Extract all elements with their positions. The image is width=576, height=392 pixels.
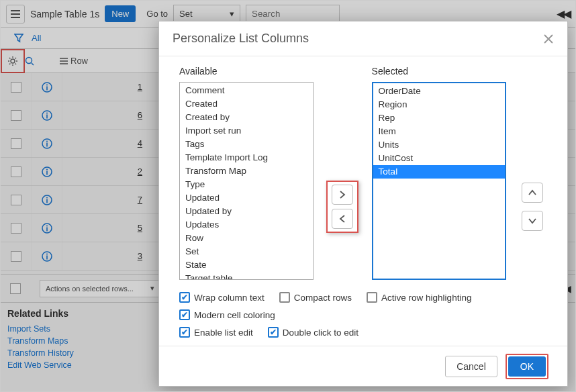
- list-item[interactable]: State: [180, 258, 313, 272]
- list-item[interactable]: Row: [180, 232, 313, 245]
- dblclick-option[interactable]: Double click to edit: [268, 327, 358, 338]
- dialog-header: Personalize List Columns: [159, 21, 567, 56]
- cancel-button[interactable]: Cancel: [445, 356, 497, 377]
- dialog-body: Available CommentCreatedCreated byImport…: [159, 56, 567, 338]
- checkbox-icon: [179, 309, 190, 320]
- dialog-title: Personalize List Columns: [173, 32, 309, 46]
- list-item[interactable]: Total: [373, 165, 505, 179]
- reorder-column: [518, 66, 547, 280]
- list-item[interactable]: Transform Map: [180, 164, 313, 178]
- close-button[interactable]: [543, 34, 554, 44]
- chevron-right-icon: [339, 191, 346, 199]
- list-item[interactable]: Created: [180, 97, 313, 111]
- list-item[interactable]: Item: [373, 125, 505, 138]
- list-item[interactable]: Set: [180, 245, 313, 258]
- list-item[interactable]: OrderDate: [373, 85, 505, 98]
- compact-option[interactable]: Compact rows: [279, 292, 352, 303]
- close-icon: [543, 34, 554, 44]
- highlight-option[interactable]: Active row highlighting: [367, 292, 471, 303]
- list-item[interactable]: UnitCost: [373, 152, 505, 165]
- list-item[interactable]: Type: [180, 178, 313, 191]
- ok-button[interactable]: OK: [508, 356, 546, 377]
- chevron-left-icon: [339, 215, 346, 223]
- enableedit-option[interactable]: Enable list edit: [179, 327, 253, 338]
- list-item[interactable]: Created by: [180, 111, 313, 124]
- checkbox-icon: [279, 292, 290, 303]
- list-item[interactable]: Target table: [180, 272, 313, 280]
- list-item[interactable]: Rep: [373, 111, 505, 125]
- list-item[interactable]: Updates: [180, 218, 313, 232]
- available-listbox[interactable]: CommentCreatedCreated byImport set runTa…: [179, 82, 314, 280]
- available-label: Available: [179, 66, 314, 77]
- chevron-up-icon: [528, 189, 536, 196]
- list-item[interactable]: Template Import Log: [180, 151, 313, 164]
- mover-column: [326, 66, 360, 280]
- mover-highlight-box: [326, 181, 358, 233]
- move-up-button[interactable]: [522, 183, 543, 203]
- list-item[interactable]: Updated: [180, 191, 313, 205]
- ok-highlight-box: OK: [506, 354, 548, 379]
- selected-listbox[interactable]: OrderDateRegionRepItemUnitsUnitCostTotal: [372, 82, 506, 280]
- chevron-down-icon: [528, 217, 536, 224]
- list-item[interactable]: Comment: [180, 84, 313, 97]
- modern-option[interactable]: Modern cell coloring: [179, 309, 275, 320]
- wrap-option[interactable]: Wrap column text: [179, 292, 265, 303]
- list-item[interactable]: Import set run: [180, 124, 313, 138]
- checkbox-icon: [179, 292, 190, 303]
- remove-button[interactable]: [332, 209, 353, 229]
- list-item[interactable]: Region: [373, 98, 505, 111]
- move-down-button[interactable]: [522, 211, 543, 231]
- selected-label: Selected: [372, 66, 506, 77]
- checkbox-icon: [367, 292, 377, 303]
- add-button[interactable]: [332, 185, 353, 205]
- personalize-columns-dialog: Personalize List Columns Available Comme…: [158, 21, 568, 387]
- options-group: Wrap column text Compact rows Active row…: [179, 292, 547, 338]
- dialog-footer: Cancel OK: [159, 346, 567, 386]
- list-item[interactable]: Tags: [180, 138, 313, 151]
- list-item[interactable]: Updated by: [180, 205, 313, 218]
- checkbox-icon: [268, 327, 279, 338]
- checkbox-icon: [179, 327, 190, 338]
- list-item[interactable]: Units: [373, 138, 505, 152]
